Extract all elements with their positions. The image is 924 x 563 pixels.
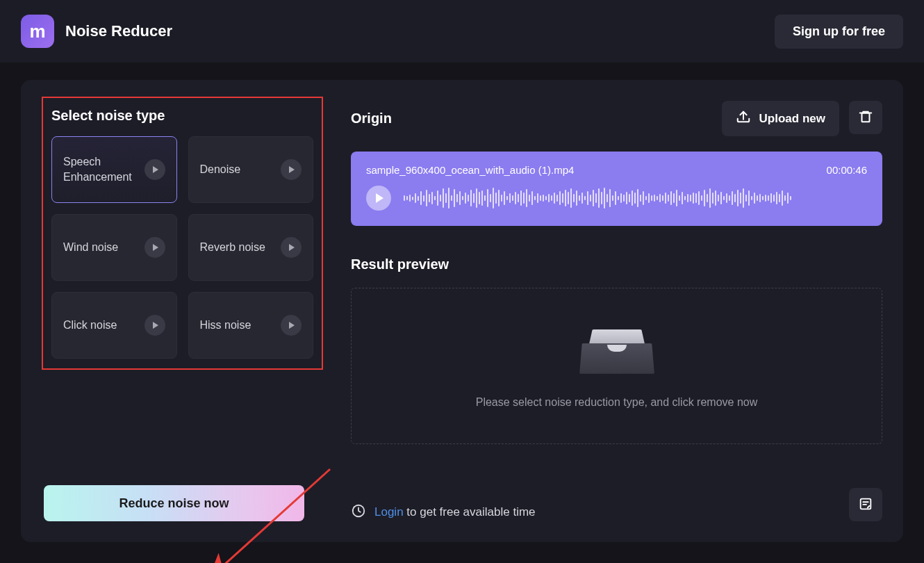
noise-card-4[interactable]: Click noise — [51, 292, 177, 359]
login-link[interactable]: Login — [374, 505, 404, 519]
clock-icon — [351, 503, 366, 521]
empty-tray-icon — [581, 324, 653, 374]
noise-card-5[interactable]: Hiss noise — [188, 292, 314, 359]
footer-row: Login to get free available time — [351, 482, 882, 521]
select-noise-title: Select noise type — [51, 108, 313, 124]
noise-label: SpeechEnhancement — [63, 154, 132, 184]
app-title: Noise Reducer — [65, 22, 172, 40]
noise-label: Reverb noise — [200, 240, 265, 255]
content-panel: Select noise type SpeechEnhancementDenoi… — [21, 80, 903, 542]
origin-header-row: Origin Upload new — [351, 101, 882, 136]
noise-card-3[interactable]: Reverb noise — [188, 214, 314, 281]
play-icon — [376, 193, 383, 203]
svg-rect-1 — [862, 113, 870, 122]
result-title: Result preview — [351, 256, 882, 272]
play-audio-button[interactable] — [366, 186, 391, 211]
noise-card-1[interactable]: Denoise — [188, 136, 314, 203]
noise-type-grid: SpeechEnhancementDenoiseWind noiseReverb… — [51, 136, 313, 359]
delete-button[interactable] — [849, 101, 882, 134]
upload-label: Upload new — [759, 112, 825, 126]
noise-label: Wind noise — [63, 240, 118, 255]
play-icon — [289, 166, 295, 173]
audio-waveform[interactable] — [404, 184, 867, 212]
play-icon — [289, 244, 295, 251]
feedback-icon — [858, 496, 873, 514]
audio-duration: 00:00:46 — [827, 164, 867, 176]
right-column: Origin Upload new — [351, 101, 882, 521]
audio-filename: sample_960x400_ocean_with_audio (1).mp4 — [366, 164, 574, 176]
origin-title: Origin — [351, 111, 392, 127]
app-logo: m — [21, 15, 54, 48]
noise-play-button[interactable] — [145, 315, 165, 336]
trash-icon — [858, 109, 873, 127]
play-icon — [153, 244, 158, 251]
noise-label: Click noise — [63, 318, 117, 333]
noise-play-button[interactable] — [145, 237, 165, 258]
play-icon — [289, 322, 295, 329]
upload-icon — [736, 109, 751, 128]
left-column: Select noise type SpeechEnhancementDenoi… — [42, 101, 323, 521]
origin-actions: Upload new — [722, 101, 882, 136]
signup-button[interactable]: Sign up for free — [775, 15, 903, 49]
audio-meta-row: sample_960x400_ocean_with_audio (1).mp4 … — [366, 164, 867, 176]
noise-label: Denoise — [200, 162, 241, 177]
noise-card-0[interactable]: SpeechEnhancement — [51, 136, 177, 203]
origin-audio-player: sample_960x400_ocean_with_audio (1).mp4 … — [351, 152, 882, 226]
noise-play-button[interactable] — [281, 315, 302, 336]
main-area: Select noise type SpeechEnhancementDenoi… — [0, 63, 924, 560]
noise-play-button[interactable] — [281, 159, 302, 180]
reduce-noise-button[interactable]: Reduce noise now — [44, 485, 304, 521]
upload-new-button[interactable]: Upload new — [722, 101, 839, 136]
footer-text: to get free available time — [404, 505, 536, 519]
play-icon — [153, 322, 158, 329]
audio-body — [366, 184, 867, 212]
app-header: m Noise Reducer Sign up for free — [0, 0, 924, 63]
noise-card-2[interactable]: Wind noise — [51, 214, 177, 281]
noise-play-button[interactable] — [145, 159, 165, 180]
play-icon — [153, 166, 158, 173]
header-left: m Noise Reducer — [21, 15, 172, 48]
result-message: Please select noise reduction type, and … — [476, 396, 758, 409]
noise-type-section-highlight: Select noise type SpeechEnhancementDenoi… — [42, 97, 323, 370]
noise-play-button[interactable] — [281, 237, 302, 258]
noise-label: Hiss noise — [200, 318, 251, 333]
result-preview-box: Please select noise reduction type, and … — [351, 288, 882, 444]
feedback-button[interactable] — [849, 488, 882, 521]
